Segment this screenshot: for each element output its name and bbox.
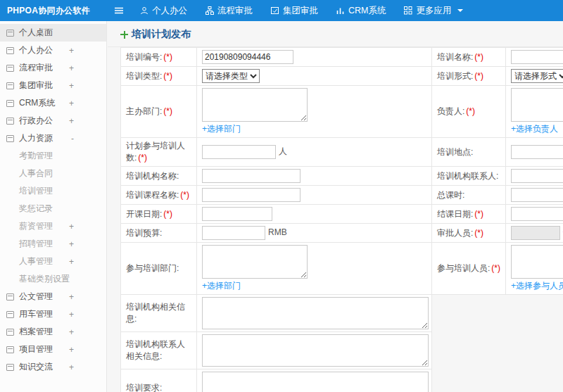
- sidebar-item-training-mgmt[interactable]: 培训管理: [0, 182, 106, 200]
- expand-icon[interactable]: +: [69, 239, 74, 249]
- sidebar-item-archive-mgmt[interactable]: 档案管理 +: [0, 323, 106, 341]
- main-content: 培训计划发布 培训编号:(*) 培训名称:(*) 培训类型:(*) 请选择类型: [108, 21, 563, 392]
- expand-icon[interactable]: +: [69, 116, 74, 126]
- field-label-cell: 培训地点:: [432, 138, 506, 167]
- training-type-select[interactable]: 请选择类型: [202, 69, 260, 83]
- field-cell: 请选择形式: [506, 67, 563, 86]
- planned-count-input[interactable]: [202, 145, 276, 159]
- field-cell: [506, 167, 563, 186]
- org-name-input[interactable]: [202, 169, 301, 183]
- field-label-cell: 总课时:: [432, 186, 506, 205]
- start-date-input[interactable]: [202, 207, 272, 221]
- sidebar-item-workflow-approval[interactable]: 流程审批 +: [0, 59, 106, 77]
- required-mark: (*): [491, 263, 500, 273]
- required-mark: (*): [163, 209, 172, 219]
- field-cell: RMB: [197, 224, 432, 243]
- required-mark: (*): [138, 153, 147, 163]
- user-icon: [140, 6, 148, 15]
- sidebar-item-group-approval[interactable]: 集团审批 +: [0, 77, 106, 94]
- org-info-textarea[interactable]: [202, 297, 429, 329]
- field-label-cell: 参与培训部门:: [121, 243, 197, 295]
- expand-icon[interactable]: +: [69, 63, 74, 73]
- host-dept-textarea[interactable]: [202, 88, 308, 122]
- sidebar-item-vehicle-mgmt[interactable]: 用车管理 +: [0, 305, 106, 323]
- sidebar-item-label: 招聘管理: [19, 238, 53, 250]
- field-label-cell: 主办部门:(*): [121, 86, 197, 138]
- field-label: 负责人:: [437, 106, 464, 116]
- sidebar-item-project-mgmt[interactable]: 项目管理 +: [0, 341, 106, 358]
- sidebar-item-label: 档案管理: [19, 326, 53, 338]
- course-name-input[interactable]: [202, 188, 301, 202]
- sidebar-item-recruitment-mgmt[interactable]: 招聘管理 +: [0, 235, 106, 253]
- apps-icon: [404, 6, 412, 15]
- training-mode-select[interactable]: 请选择形式: [511, 69, 563, 83]
- form-row: 培训要求:: [121, 369, 432, 392]
- sidebar-item-salary-mgmt[interactable]: 薪资管理 +: [0, 217, 106, 235]
- field-cell: [506, 186, 563, 205]
- top-bar: PHPOA协同办公软件 个人办公 流程审批 集团审批 CRM系统 更多应用: [0, 0, 563, 21]
- training-form-table: 培训编号:(*) 培训名称:(*) 培训类型:(*) 请选择类型 培训形式:(*…: [120, 47, 563, 295]
- expand-icon[interactable]: +: [69, 81, 74, 91]
- nav-item-workflow-approval[interactable]: 流程审批: [196, 0, 262, 21]
- approver-input[interactable]: [511, 226, 560, 240]
- field-label-cell: 培训机构相关信息:: [121, 295, 197, 332]
- expand-icon[interactable]: +: [69, 345, 74, 355]
- sidebar-item-admin-office[interactable]: 行政办公 +: [0, 112, 106, 129]
- training-number-input[interactable]: [202, 50, 293, 64]
- expand-icon[interactable]: +: [69, 362, 74, 372]
- select-dept-link[interactable]: +选择部门: [202, 281, 241, 291]
- select-leader-link[interactable]: +选择负责人: [511, 124, 558, 134]
- select-join-people-link[interactable]: +选择参与人员: [511, 281, 563, 291]
- nav-item-personal-office[interactable]: 个人办公: [131, 0, 196, 21]
- field-label-cell: 培训机构联系人:: [432, 167, 506, 186]
- org-contact-input[interactable]: [511, 169, 563, 183]
- add-icon: [120, 31, 128, 39]
- field-cell: +选择部门: [197, 243, 432, 295]
- nav-item-more-apps[interactable]: 更多应用: [395, 0, 472, 21]
- budget-input[interactable]: [202, 226, 265, 240]
- sidebar-item-attendance-mgmt[interactable]: 考勤管理: [0, 147, 106, 165]
- hamburger-menu-icon[interactable]: [107, 0, 131, 21]
- nav-item-label: CRM系统: [348, 5, 386, 17]
- expand-icon[interactable]: +: [69, 327, 74, 337]
- expand-icon[interactable]: +: [69, 310, 74, 320]
- total-hours-input[interactable]: [511, 188, 563, 202]
- expand-icon[interactable]: +: [69, 292, 74, 302]
- sidebar-item-personal-desktop[interactable]: 个人桌面: [0, 24, 106, 42]
- sidebar-item-document-mgmt[interactable]: 公文管理 +: [0, 288, 106, 305]
- sidebar-item-human-resources[interactable]: 人力资源 -: [0, 129, 106, 147]
- org-contact-info-textarea[interactable]: [202, 334, 429, 367]
- sidebar-item-hr-contract[interactable]: 人事合同: [0, 165, 106, 182]
- sidebar-item-personal-office[interactable]: 个人办公 +: [0, 42, 106, 59]
- expand-icon[interactable]: +: [69, 222, 74, 232]
- join-people-textarea[interactable]: [511, 245, 563, 279]
- expand-icon[interactable]: +: [69, 257, 74, 267]
- sidebar-item-crm-system[interactable]: CRM系统 +: [0, 94, 106, 112]
- sidebar-item-personnel-mgmt[interactable]: 人事管理 +: [0, 253, 106, 270]
- field-label: 参与培训人员:: [437, 263, 490, 273]
- field-cell: [506, 48, 563, 67]
- required-mark: (*): [474, 71, 483, 81]
- sidebar-item-label: 人事合同: [19, 167, 53, 179]
- nav-item-group-approval[interactable]: 集团审批: [262, 0, 327, 21]
- sidebar-item-base-category-settings[interactable]: 基础类别设置: [0, 270, 106, 288]
- form-row: 开课日期:(*) 结课日期:(*): [121, 205, 563, 224]
- field-cell: [506, 138, 563, 167]
- join-dept-textarea[interactable]: [202, 245, 308, 279]
- crm-icon: [336, 6, 345, 15]
- requirements-textarea[interactable]: [202, 372, 429, 392]
- sidebar-item-knowledge-exchange[interactable]: 知识交流 +: [0, 358, 106, 376]
- training-name-input[interactable]: [511, 50, 563, 64]
- sidebar-item-reward-punishment[interactable]: 奖惩记录: [0, 200, 106, 217]
- leader-textarea[interactable]: [511, 88, 563, 122]
- expand-icon[interactable]: +: [69, 46, 74, 56]
- location-input[interactable]: [511, 145, 563, 159]
- collapse-icon[interactable]: -: [71, 134, 74, 144]
- select-dept-link[interactable]: +选择部门: [202, 124, 241, 134]
- sidebar-item-label: 奖惩记录: [19, 203, 53, 215]
- nav-item-label: 更多应用: [416, 5, 451, 17]
- archive-icon: [6, 329, 14, 336]
- end-date-input[interactable]: [511, 207, 563, 221]
- expand-icon[interactable]: +: [69, 99, 74, 108]
- nav-item-crm-system[interactable]: CRM系统: [327, 0, 395, 21]
